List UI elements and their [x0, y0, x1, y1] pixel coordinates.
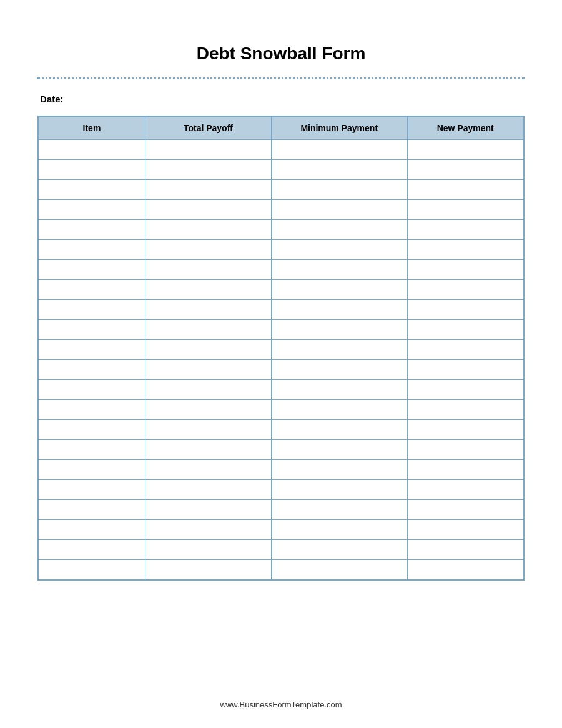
table-cell[interactable] — [407, 480, 524, 500]
table-cell[interactable] — [407, 440, 524, 460]
table-cell[interactable] — [271, 340, 407, 360]
table-cell[interactable] — [39, 140, 145, 160]
table-row[interactable] — [39, 300, 524, 320]
table-cell[interactable] — [271, 220, 407, 240]
table-row[interactable] — [39, 140, 524, 160]
table-cell[interactable] — [271, 520, 407, 540]
table-cell[interactable] — [39, 240, 145, 260]
table-cell[interactable] — [39, 320, 145, 340]
table-cell[interactable] — [39, 360, 145, 380]
table-cell[interactable] — [145, 200, 271, 220]
table-cell[interactable] — [39, 220, 145, 240]
table-row[interactable] — [39, 320, 524, 340]
table-cell[interactable] — [271, 380, 407, 400]
table-cell[interactable] — [39, 180, 145, 200]
table-cell[interactable] — [145, 500, 271, 520]
table-row[interactable] — [39, 540, 524, 560]
table-cell[interactable] — [271, 460, 407, 480]
table-cell[interactable] — [145, 540, 271, 560]
table-cell[interactable] — [407, 540, 524, 560]
table-cell[interactable] — [407, 380, 524, 400]
table-cell[interactable] — [271, 500, 407, 520]
table-cell[interactable] — [407, 140, 524, 160]
table-cell[interactable] — [145, 360, 271, 380]
table-cell[interactable] — [39, 460, 145, 480]
table-cell[interactable] — [145, 420, 271, 440]
table-cell[interactable] — [39, 520, 145, 540]
table-cell[interactable] — [145, 240, 271, 260]
table-cell[interactable] — [271, 360, 407, 380]
table-cell[interactable] — [145, 260, 271, 280]
table-cell[interactable] — [271, 440, 407, 460]
table-cell[interactable] — [39, 420, 145, 440]
table-row[interactable] — [39, 180, 524, 200]
table-cell[interactable] — [271, 280, 407, 300]
table-cell[interactable] — [39, 300, 145, 320]
table-cell[interactable] — [39, 260, 145, 280]
table-cell[interactable] — [407, 340, 524, 360]
table-row[interactable] — [39, 360, 524, 380]
table-row[interactable] — [39, 480, 524, 500]
table-row[interactable] — [39, 460, 524, 480]
table-cell[interactable] — [407, 240, 524, 260]
table-cell[interactable] — [407, 320, 524, 340]
table-cell[interactable] — [407, 360, 524, 380]
table-row[interactable] — [39, 440, 524, 460]
table-row[interactable] — [39, 160, 524, 180]
table-cell[interactable] — [145, 480, 271, 500]
table-cell[interactable] — [271, 320, 407, 340]
table-cell[interactable] — [271, 140, 407, 160]
table-cell[interactable] — [271, 200, 407, 220]
table-row[interactable] — [39, 220, 524, 240]
table-cell[interactable] — [407, 160, 524, 180]
table-row[interactable] — [39, 500, 524, 520]
table-cell[interactable] — [39, 560, 145, 580]
table-cell[interactable] — [39, 500, 145, 520]
table-cell[interactable] — [39, 540, 145, 560]
table-cell[interactable] — [39, 340, 145, 360]
table-cell[interactable] — [407, 300, 524, 320]
table-cell[interactable] — [39, 400, 145, 420]
table-cell[interactable] — [39, 280, 145, 300]
table-cell[interactable] — [407, 560, 524, 580]
table-cell[interactable] — [271, 540, 407, 560]
table-cell[interactable] — [145, 380, 271, 400]
table-cell[interactable] — [271, 560, 407, 580]
table-row[interactable] — [39, 420, 524, 440]
table-cell[interactable] — [39, 200, 145, 220]
table-cell[interactable] — [145, 280, 271, 300]
table-cell[interactable] — [271, 260, 407, 280]
table-row[interactable] — [39, 340, 524, 360]
table-cell[interactable] — [145, 140, 271, 160]
table-cell[interactable] — [145, 400, 271, 420]
table-cell[interactable] — [145, 340, 271, 360]
table-cell[interactable] — [145, 160, 271, 180]
table-row[interactable] — [39, 560, 524, 580]
table-cell[interactable] — [407, 420, 524, 440]
table-cell[interactable] — [271, 180, 407, 200]
table-row[interactable] — [39, 520, 524, 540]
table-cell[interactable] — [145, 560, 271, 580]
table-cell[interactable] — [407, 460, 524, 480]
table-cell[interactable] — [407, 400, 524, 420]
table-cell[interactable] — [39, 440, 145, 460]
table-cell[interactable] — [39, 160, 145, 180]
table-row[interactable] — [39, 400, 524, 420]
table-cell[interactable] — [145, 320, 271, 340]
table-cell[interactable] — [271, 420, 407, 440]
table-row[interactable] — [39, 260, 524, 280]
table-cell[interactable] — [271, 300, 407, 320]
table-cell[interactable] — [145, 180, 271, 200]
table-cell[interactable] — [145, 220, 271, 240]
table-cell[interactable] — [39, 380, 145, 400]
table-row[interactable] — [39, 380, 524, 400]
table-cell[interactable] — [407, 280, 524, 300]
table-cell[interactable] — [407, 520, 524, 540]
table-row[interactable] — [39, 240, 524, 260]
table-cell[interactable] — [145, 440, 271, 460]
table-cell[interactable] — [407, 180, 524, 200]
table-cell[interactable] — [145, 300, 271, 320]
table-cell[interactable] — [407, 200, 524, 220]
table-cell[interactable] — [271, 160, 407, 180]
table-cell[interactable] — [407, 260, 524, 280]
